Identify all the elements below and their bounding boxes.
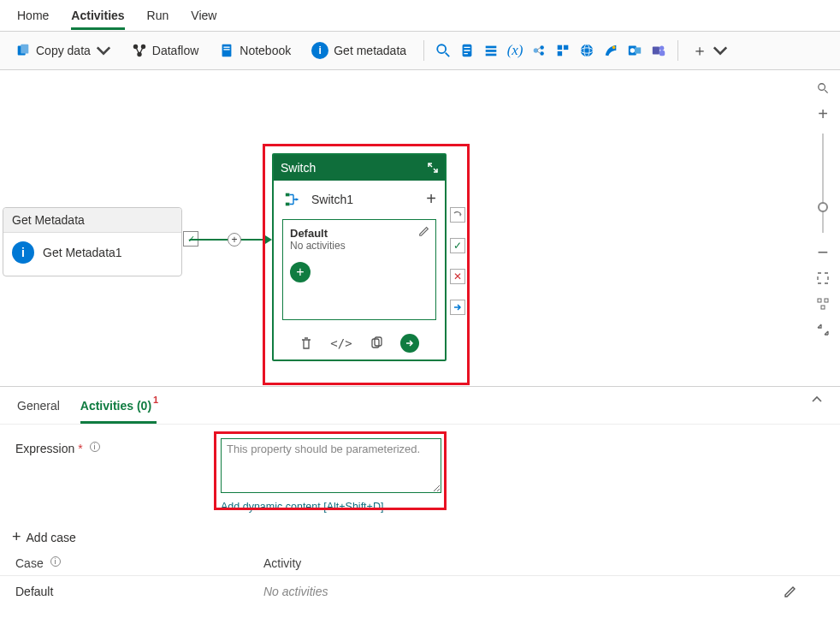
tab-activities[interactable]: Activities (0)1 [80, 392, 157, 424]
run-icon[interactable] [400, 334, 419, 353]
delete-icon[interactable] [299, 336, 313, 350]
switch-default-container[interactable]: Default No activities + [282, 219, 436, 320]
tool-add-more[interactable]: ＋ [689, 37, 731, 64]
add-case-label: Add case [27, 531, 76, 544]
expression-input[interactable] [221, 438, 441, 493]
info-icon: i [12, 241, 34, 264]
minimize-icon[interactable] [812, 318, 834, 341]
chevron-down-icon [713, 43, 728, 58]
chevron-down-icon [96, 43, 111, 58]
svg-rect-41 [821, 306, 825, 309]
copy-icon[interactable] [370, 336, 383, 350]
variable-icon[interactable]: (x) [506, 42, 524, 59]
tab-activities-label: Activities (0) [80, 399, 151, 413]
add-dynamic-content-link[interactable]: Add dynamic content [Alt+Shift+D] [221, 501, 441, 513]
node-output-ports: ✓ ✕ [450, 207, 465, 315]
ml-icon[interactable] [530, 42, 547, 59]
outlook-icon[interactable] [626, 42, 643, 59]
add-on-connector[interactable]: + [228, 233, 241, 247]
zoom-thumb[interactable] [818, 202, 828, 212]
functions-icon[interactable] [554, 42, 571, 59]
case-name: Default [15, 585, 263, 598]
web-icon[interactable] [578, 42, 595, 59]
svg-rect-20 [564, 45, 568, 50]
svg-rect-39 [818, 299, 821, 302]
svg-line-37 [825, 90, 828, 93]
dataflow-icon [132, 43, 147, 58]
zoom-in-icon[interactable]: + [812, 103, 834, 125]
svg-rect-32 [286, 193, 290, 196]
add-case-button[interactable]: + Add case [12, 528, 840, 546]
stored-proc-icon[interactable] [482, 42, 500, 59]
svg-point-36 [819, 84, 825, 91]
svg-line-17 [537, 47, 541, 50]
info-icon[interactable]: i [90, 442, 100, 452]
node-get-metadata[interactable]: Get Metadata i Get Metadata1 [3, 207, 182, 276]
autolayout-icon[interactable] [812, 293, 834, 315]
skip-port-icon[interactable] [450, 207, 465, 223]
case-header: Case [15, 556, 44, 570]
menu-home[interactable]: Home [17, 5, 49, 30]
menu-run[interactable]: Run [147, 5, 169, 30]
node-get-metadata-title: Get Metadata [3, 208, 181, 233]
svg-point-16 [540, 51, 544, 56]
notebook-icon [219, 43, 234, 58]
properties-panel: General Activities (0)1 Expression * i A… [0, 387, 840, 607]
add-case-icon[interactable]: + [426, 189, 436, 209]
success-port-icon[interactable]: ✓ [450, 238, 465, 253]
toolbar-separator [677, 40, 678, 61]
plus-icon: + [12, 528, 21, 546]
toolbar-separator [423, 40, 424, 61]
svg-point-22 [581, 45, 593, 56]
teams-icon[interactable] [650, 42, 667, 59]
zoom-fit-icon[interactable] [812, 267, 834, 289]
completion-port-icon[interactable] [450, 300, 465, 315]
script-icon[interactable] [458, 42, 476, 59]
info-icon[interactable]: i [50, 556, 61, 567]
svg-point-30 [660, 46, 664, 51]
switch-icon [284, 190, 303, 209]
tool-get-metadata[interactable]: i Get metadata [305, 39, 413, 62]
menu-activities[interactable]: Activities [71, 5, 124, 30]
switch-default-label: Default [290, 227, 429, 240]
svg-rect-27 [635, 47, 641, 53]
svg-rect-21 [558, 51, 562, 56]
ribbon-toolbar: Copy data Dataflow Notebook i Get metada… [0, 31, 840, 70]
search-icon[interactable] [435, 42, 452, 59]
top-menu: Home Activities Run View [0, 0, 840, 31]
tool-notebook[interactable]: Notebook [212, 39, 298, 62]
fail-port-icon[interactable]: ✕ [450, 269, 465, 284]
collapse-panel-icon[interactable] [811, 394, 823, 406]
code-icon[interactable]: </> [330, 336, 352, 350]
pipeline-canvas[interactable]: Get Metadata i Get Metadata1 ✓ + Switch [0, 70, 840, 387]
svg-rect-13 [486, 54, 497, 56]
svg-rect-29 [653, 47, 660, 55]
edit-icon[interactable] [418, 225, 430, 237]
svg-rect-33 [286, 202, 290, 205]
tool-copy-data[interactable]: Copy data [9, 39, 118, 62]
svg-rect-19 [558, 45, 562, 50]
zoom-slider[interactable] [822, 134, 824, 233]
canvas-search-icon[interactable] [812, 77, 834, 99]
tab-general[interactable]: General [17, 392, 60, 424]
svg-line-18 [537, 51, 541, 54]
tool-get-metadata-label: Get metadata [334, 44, 406, 57]
zoom-out-icon[interactable]: − [812, 241, 834, 264]
svg-point-25 [612, 46, 616, 50]
required-indicator: * [78, 442, 82, 455]
menu-view[interactable]: View [191, 5, 216, 30]
tool-dataflow[interactable]: Dataflow [125, 39, 205, 62]
tool-copy-data-label: Copy data [36, 44, 91, 57]
expand-icon[interactable] [428, 163, 438, 173]
svg-rect-1 [21, 45, 28, 54]
svg-point-8 [437, 45, 446, 53]
svg-rect-6 [224, 47, 230, 48]
switch-default-sub: No activities [290, 240, 429, 252]
tool-dataflow-label: Dataflow [152, 44, 198, 57]
copy-data-icon [15, 43, 31, 58]
node-switch[interactable]: Switch Switch1 + Default No activities [272, 153, 447, 361]
kql-icon[interactable] [602, 42, 619, 59]
edit-case-icon[interactable] [784, 585, 797, 598]
svg-point-15 [540, 45, 544, 50]
add-activity-button[interactable]: + [290, 262, 311, 282]
